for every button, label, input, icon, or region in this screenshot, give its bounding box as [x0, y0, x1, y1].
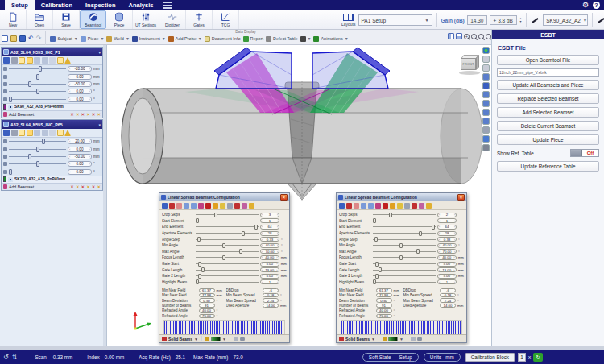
grid-toggle-icon[interactable] [234, 337, 238, 341]
esbt-panel-header[interactable]: ESBT [492, 30, 604, 39]
view-gear-icon[interactable] [482, 56, 490, 63]
beam-style-select[interactable]: Solid Beams [168, 337, 192, 341]
split-view-icon[interactable] [448, 33, 454, 39]
view-mode-icon[interactable] [19, 57, 25, 64]
slider-track[interactable] [373, 257, 436, 258]
target-toggle-icon[interactable] [417, 337, 422, 341]
marker-tool-icon[interactable] [242, 203, 247, 209]
slider-value[interactable]: ‹1› [260, 279, 279, 284]
slider-value[interactable]: ‹0.00› [68, 97, 92, 102]
slider-value[interactable]: ‹-20.00› [68, 66, 92, 72]
gear-icon[interactable] [11, 130, 18, 136]
angle-tool-icon[interactable] [198, 203, 204, 209]
slider-thumb[interactable] [432, 225, 435, 230]
slider-track[interactable] [373, 239, 436, 240]
view-grid-icon[interactable] [482, 126, 490, 134]
open-button[interactable]: Open [27, 10, 53, 29]
slider-track[interactable] [9, 156, 66, 157]
probe-row[interactable]: SK270_A32_A28_PnP40mm [2, 176, 102, 183]
add-probe-menu[interactable]: Add Probe▼ [168, 36, 202, 42]
color-scale-picker[interactable] [388, 337, 398, 341]
slider-value[interactable]: ‹0.00› [68, 74, 92, 80]
slider-thumb[interactable] [197, 237, 201, 242]
slider-value[interactable]: ‹28› [437, 231, 457, 236]
slider-track[interactable] [9, 84, 66, 85]
slider-thumb[interactable] [214, 213, 217, 217]
probe-row[interactable]: SK90_A32_A28_PnP46mm [2, 103, 102, 110]
table-tool-icon[interactable] [404, 203, 410, 209]
delete-icon[interactable]: ✕ [81, 184, 85, 189]
chevron-down-icon[interactable]: ▼ [194, 337, 198, 341]
slider-track[interactable] [373, 226, 436, 227]
slider-track[interactable] [373, 282, 436, 283]
slider-thumb[interactable] [28, 154, 31, 159]
slider-value[interactable]: ‹1› [260, 218, 279, 223]
link-tool-icon[interactable] [184, 203, 189, 209]
delete-current-beamset-button[interactable]: Delete Current Beamset [497, 121, 599, 131]
gear-icon[interactable] [11, 57, 18, 64]
zoom-out-icon[interactable]: - [471, 34, 477, 39]
slider-track[interactable] [9, 163, 66, 164]
menu-list-icon[interactable] [163, 2, 172, 9]
add-beamset-icon[interactable] [3, 184, 7, 189]
slider-thumb[interactable] [222, 255, 225, 260]
select-tool-icon[interactable] [339, 203, 345, 209]
gain-delta-field[interactable]: + 3.8 dB [490, 15, 517, 25]
ray-tool-icon[interactable] [390, 203, 395, 209]
slider-thumb[interactable] [375, 262, 379, 267]
calibration-block-button[interactable]: Calibration Block [465, 353, 515, 362]
open-view-icon[interactable] [10, 35, 17, 42]
slider-track[interactable] [373, 275, 436, 276]
slider-value[interactable]: ‹40.00› [260, 243, 279, 248]
slider-value[interactable]: ‹13.00› [437, 267, 457, 272]
slider-thumb[interactable] [373, 279, 376, 284]
edit-icon[interactable]: ✕ [86, 112, 90, 117]
view-page-icon[interactable] [482, 100, 490, 107]
delete-icon[interactable]: ✕ [70, 184, 74, 189]
slider-value[interactable]: ‹28› [260, 231, 279, 236]
view-cube-icon[interactable] [482, 144, 490, 151]
slider-value[interactable]: ‹0.33› [437, 237, 457, 242]
slider-thumb[interactable] [374, 237, 378, 242]
slider-value[interactable]: ‹5.00› [437, 274, 457, 279]
layout-preset-select[interactable]: PA1 Setup▼ [358, 14, 432, 26]
slider-thumb[interactable] [42, 139, 45, 144]
slider-value[interactable]: ‹3› [260, 213, 279, 217]
marker-tool-icon[interactable] [412, 203, 417, 209]
new-button[interactable]: New [0, 10, 27, 29]
beamtool-file-field[interactable]: 12inch_22mm_pipe_V.ebvk [497, 68, 599, 77]
pencil-icon[interactable] [383, 337, 387, 341]
chevron-down-icon[interactable]: ▼ [222, 337, 226, 341]
slider-value[interactable]: ‹1› [437, 218, 457, 223]
add-beamset-button[interactable]: Add Beamset [9, 184, 68, 189]
slider-track[interactable] [9, 149, 66, 150]
subject-menu[interactable]: Subject▼ [50, 36, 77, 42]
slider-thumb[interactable] [399, 255, 403, 260]
tcg-button[interactable]: TCG [213, 10, 239, 29]
slider-track[interactable] [196, 245, 259, 246]
slider-track[interactable] [9, 77, 66, 77]
tab-inspection[interactable]: Inspection [79, 0, 122, 10]
slider-value[interactable]: ‹0.00› [68, 169, 92, 175]
animations-menu[interactable]: Animations▼ [313, 36, 348, 42]
warning-icon[interactable] [64, 57, 71, 64]
slider-track[interactable] [9, 68, 66, 69]
save-view-icon[interactable] [19, 35, 26, 42]
copy-icon[interactable] [42, 130, 48, 136]
grid-toggle-icon[interactable] [411, 337, 416, 341]
delete-icon[interactable]: ✕ [92, 184, 96, 189]
collapse-icon[interactable]: ▾ [98, 122, 101, 127]
slider-thumb[interactable] [198, 274, 201, 279]
slider-value[interactable]: ‹64› [437, 225, 457, 230]
slider-thumb[interactable] [399, 243, 403, 248]
slider-track[interactable] [9, 141, 66, 142]
select-tool-icon[interactable] [162, 203, 168, 209]
ut-settings-button[interactable]: UT Settings [133, 10, 159, 29]
zoom-fit-icon[interactable] [478, 34, 484, 39]
focus-icon[interactable] [57, 130, 64, 136]
slider-track[interactable] [196, 270, 259, 271]
cursor-icon[interactable] [3, 130, 10, 136]
refresh-icon[interactable]: ↺ [3, 354, 9, 361]
dialog-titlebar[interactable]: Linear Spread Beamset Configuration × [337, 193, 466, 201]
slider-thumb[interactable] [254, 225, 258, 230]
